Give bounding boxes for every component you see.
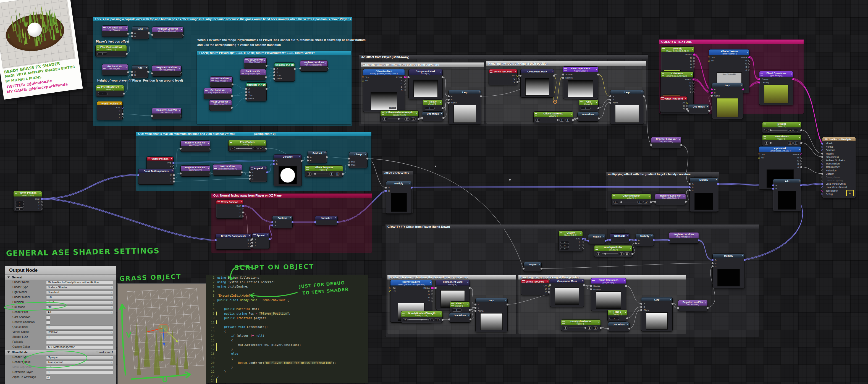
input-custom-editor[interactable]: ASEMaterialInspector <box>46 345 113 349</box>
master-port-custom-lighting[interactable]: Custom Lighting <box>823 179 856 182</box>
node-register-local-var[interactable]: Register Local VarVar( VertexY )▼ <box>181 141 210 152</box>
menu-icon[interactable] <box>242 71 244 73</box>
node-multiply[interactable]: Multiply▼AB <box>386 181 412 214</box>
chevron-down-icon[interactable]: ▼ <box>707 105 708 107</box>
node-distance[interactable]: Distance▼AB <box>274 154 302 186</box>
node-add[interactable]: Add▼AB <box>132 27 149 39</box>
menu-icon[interactable] <box>14 193 17 195</box>
wire[interactable] <box>801 167 822 174</box>
menu-icon[interactable] <box>402 313 405 316</box>
chevron-down-icon[interactable]: ▼ <box>691 73 692 75</box>
a-port[interactable] <box>245 88 247 90</box>
port-port[interactable] <box>180 173 182 174</box>
y-port[interactable] <box>41 204 43 206</box>
chevron-down-icon[interactable]: ▼ <box>684 97 686 99</box>
chevron-down-icon[interactable]: ▼ <box>299 155 301 157</box>
r-port[interactable] <box>748 60 750 62</box>
dropdown-vertex-output[interactable]: Relative <box>46 330 113 334</box>
false-port[interactable] <box>245 97 247 99</box>
value-port[interactable] <box>126 53 128 55</box>
node-register-local-var[interactable]: Register Local VarVar( PlayerY )▼ <box>181 165 210 177</box>
chevron-down-icon[interactable]: ▼ <box>570 113 572 115</box>
port-port[interactable] <box>607 328 609 329</box>
chevron-down-icon[interactable]: ▼ <box>696 234 698 236</box>
chevron-down-icon[interactable]: ▼ <box>179 67 181 69</box>
port-port[interactable] <box>299 67 301 69</box>
node-gravityfixedroots[interactable]: GravityFixedRootsValue( 1 )▼011 <box>561 319 601 331</box>
a-port[interactable] <box>635 239 637 241</box>
c-port[interactable] <box>689 189 690 191</box>
foldout-triangle-icon[interactable] <box>7 351 10 353</box>
wire[interactable] <box>801 184 822 186</box>
node-get-local-var[interactable]: Get Local VarVar( PlayerY )▼ <box>102 25 128 37</box>
chevron-down-icon[interactable]: ▼ <box>120 102 122 104</box>
a-port[interactable] <box>385 187 387 188</box>
node-negate[interactable]: Negate▼ <box>588 234 606 244</box>
chevron-down-icon[interactable]: ▼ <box>539 263 540 265</box>
node-multiply[interactable]: Multiply▼ABC <box>712 254 745 288</box>
node-offsetmulitplier[interactable]: OffsetMulitplierValue( 1 )▼0110 <box>611 194 651 205</box>
rgba-port[interactable] <box>800 153 802 155</box>
port-port[interactable] <box>577 118 579 119</box>
port-port[interactable] <box>800 184 802 186</box>
download-icon[interactable]: ⭳ <box>846 190 854 196</box>
alpha-port[interactable] <box>609 102 611 104</box>
chevron-down-icon[interactable]: ▼ <box>670 298 672 300</box>
node-component-mask[interactable]: Component Mask▼ <box>520 69 554 97</box>
port-port[interactable] <box>549 284 551 286</box>
master-port-transmission[interactable]: Transmission <box>823 162 856 165</box>
u-port[interactable] <box>686 105 688 107</box>
node-add[interactable]: Add▼AB <box>773 179 801 211</box>
destiny-port[interactable] <box>758 82 760 84</box>
node-blend-operations[interactable]: Blend OperationsType( Multiply )▼SourceD… <box>563 66 598 99</box>
node-metallic[interactable]: MetallicValue( 0 )▼001 <box>762 122 801 134</box>
chevron-down-icon[interactable]: ▼ <box>181 28 182 30</box>
port-port[interactable] <box>609 239 611 241</box>
debug-port[interactable] <box>821 193 823 195</box>
value-port[interactable] <box>800 142 802 144</box>
input-refraction-layer[interactable]: 0 <box>46 371 113 374</box>
a-port[interactable] <box>800 166 802 168</box>
port-port[interactable] <box>677 307 679 309</box>
b-port[interactable] <box>385 190 387 192</box>
chevron-down-icon[interactable]: ▼ <box>595 68 597 70</box>
wire[interactable] <box>42 199 215 240</box>
checkbox-receive-shadows[interactable] <box>46 320 50 325</box>
node-append[interactable]: Append▼XYZ <box>250 166 267 182</box>
tex-port[interactable] <box>758 153 760 155</box>
y-port[interactable] <box>173 177 175 179</box>
a-port[interactable] <box>772 184 774 186</box>
chevron-down-icon[interactable]: ▼ <box>264 59 266 61</box>
chevron-down-icon[interactable]: ▼ <box>39 193 41 194</box>
max-port[interactable] <box>348 164 350 166</box>
local vertex offset-port[interactable] <box>821 183 823 185</box>
node-offsetgradientstrength[interactable]: OffsetGradientStrengthValue( 0.718 )▼00.… <box>380 110 418 122</box>
port-port[interactable] <box>587 240 589 242</box>
port-port[interactable] <box>435 287 437 289</box>
node-vertex-texcoord[interactable]: Vertex TexCoord▼UVUV <box>521 279 549 295</box>
node-multiply[interactable]: Multiply▼ABC <box>689 177 718 212</box>
port-port[interactable] <box>421 117 423 119</box>
tex-port[interactable] <box>362 76 364 78</box>
value-port[interactable] <box>265 148 267 150</box>
value-port[interactable] <box>626 317 628 319</box>
b-port[interactable] <box>800 163 802 165</box>
translucency-port[interactable] <box>821 166 823 168</box>
b-port[interactable] <box>640 306 642 308</box>
menu-icon[interactable] <box>103 27 105 30</box>
wire[interactable] <box>42 175 138 199</box>
true-port[interactable] <box>245 94 247 96</box>
value-port[interactable] <box>123 93 125 94</box>
metallic-port[interactable] <box>821 153 823 154</box>
port-port[interactable] <box>348 157 350 159</box>
opacity mask-port[interactable] <box>821 176 823 178</box>
node-effectbottomoffset[interactable]: EffectBottomOffsetValue( -1 )▼-1 <box>95 45 127 57</box>
master-port-smoothness[interactable]: Smoothness <box>823 155 856 159</box>
menu-icon[interactable] <box>230 142 232 144</box>
node-lerp[interactable]: Lerp▼ABAlpha <box>641 297 673 331</box>
chevron-down-icon[interactable]: ▼ <box>798 180 800 182</box>
node-vertex-position[interactable]: Vertex Position▼XYZXYZ <box>216 200 243 219</box>
a-port[interactable] <box>711 88 713 90</box>
node-get-local-var[interactable]: Get Local VarVar( PlayerTopY )▼ <box>240 69 266 81</box>
r-port[interactable] <box>431 290 433 292</box>
